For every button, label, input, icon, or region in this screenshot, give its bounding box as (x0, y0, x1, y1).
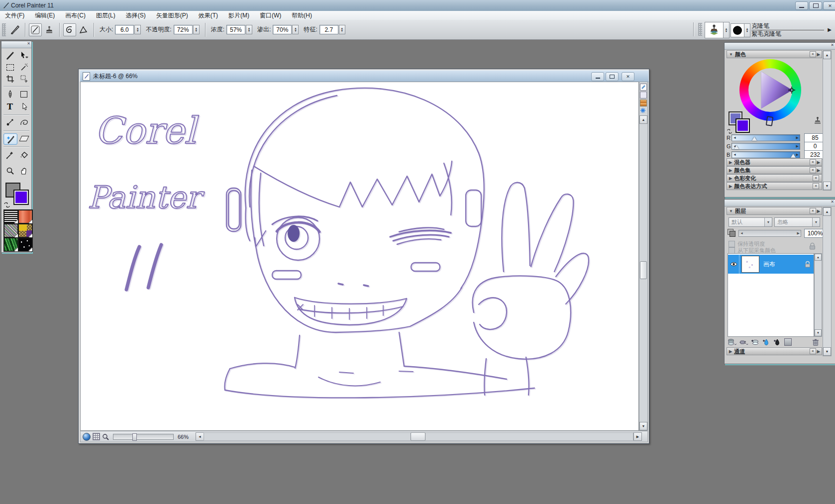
shape-point-tool[interactable] (3, 117, 16, 128)
swap-colors-icon[interactable] (3, 202, 10, 208)
color-variability-close-box[interactable]: × (813, 175, 819, 181)
zoom-icon[interactable] (102, 433, 109, 440)
layer-row-canvas[interactable]: 画布 (728, 255, 814, 274)
toolbar-grip[interactable] (2, 23, 6, 36)
blue-slider[interactable]: ◄▶ (731, 151, 800, 158)
brush-variant-button[interactable] (731, 23, 744, 37)
scroll-up-button[interactable]: ▲ (639, 115, 647, 124)
new-liquid-ink-layer-icon[interactable] (773, 338, 781, 346)
menu-edit[interactable]: 编辑(E) (35, 11, 55, 20)
new-layer-icon[interactable] (751, 338, 759, 346)
menu-file[interactable]: 文件(F) (5, 11, 24, 20)
scroll-left-button[interactable]: ◄ (196, 432, 204, 441)
window-maximize-button[interactable] (809, 1, 822, 10)
look-selector[interactable] (18, 237, 33, 252)
toolbox-titlebar[interactable]: ✕ (1, 41, 31, 48)
brush-category-label[interactable]: 克隆笔 (751, 22, 824, 30)
clone-stamp-toggle-button[interactable] (43, 23, 56, 36)
layer-visibility-cell[interactable] (728, 255, 739, 274)
brush-category-button[interactable] (705, 22, 724, 38)
cloner-brush-tool[interactable] (3, 133, 17, 145)
color-variability-panel-header[interactable]: ▶ 色彩变化 × (727, 174, 822, 182)
size-spinner[interactable]: ▲▼ (134, 25, 141, 34)
menu-layers[interactable]: 图层(L) (96, 11, 115, 20)
horizontal-scroll-track[interactable] (204, 432, 633, 441)
zoom-slider[interactable] (113, 434, 174, 440)
channels-panel-header[interactable]: ▶ 通道 × ▶ (727, 347, 822, 355)
panel-menu-arrow-icon[interactable]: ▶ (817, 168, 820, 173)
color-sets-panel-header[interactable]: ▶ 颜色集 × ▶ (727, 166, 822, 174)
bleed-spinner[interactable]: ▲▼ (292, 25, 299, 34)
layers-palette-scroll-up[interactable]: ▲ (823, 207, 831, 216)
navigator-icon[interactable] (83, 433, 91, 441)
panel-menu-arrow-icon[interactable]: ▶ (817, 160, 820, 165)
scroll-right-button[interactable]: ▶ (633, 432, 642, 441)
menu-effects[interactable]: 效果(T) (199, 11, 218, 20)
expand-arrow-icon[interactable]: ▶ (729, 349, 732, 354)
paper-selector[interactable] (3, 209, 18, 224)
canvas-vertical-scrollbar[interactable]: ▲ ▼ (639, 82, 648, 431)
red-slider[interactable]: ◄▶ (731, 134, 800, 141)
channels-close-box[interactable]: × (810, 348, 816, 354)
paper-quick-icon[interactable] (640, 100, 647, 106)
crop-tool[interactable] (3, 74, 16, 84)
green-slider-thumb[interactable] (734, 145, 739, 149)
menu-shapes[interactable]: 矢量图形(P) (156, 11, 188, 20)
gradient-selector[interactable] (3, 223, 18, 238)
text-tool[interactable]: T (3, 101, 16, 112)
document-close-button[interactable]: ✕ (622, 72, 634, 81)
layers-palette-scroll-down[interactable]: ▼ (823, 347, 831, 356)
palette-scrollbar[interactable]: ▲ ▼ (823, 50, 832, 191)
expand-arrow-icon[interactable]: ▶ (729, 176, 732, 181)
panel-menu-arrow-icon[interactable]: ▶ (817, 52, 820, 57)
canvas[interactable]: Corel Painter (80, 82, 639, 431)
paint-bucket-tool[interactable] (17, 150, 30, 160)
collapse-arrow-icon[interactable]: ▼ (729, 52, 733, 57)
blue-slider-thumb[interactable] (791, 154, 796, 158)
palette-scroll-down[interactable]: ▼ (823, 182, 831, 190)
dynamic-plugins-icon[interactable] (739, 338, 748, 346)
sv-cursor[interactable] (788, 87, 795, 94)
color-panel-header[interactable]: ▼ 颜色 × ▶ (727, 50, 822, 58)
new-layer-mask-icon[interactable] (784, 338, 792, 346)
document-restore-button[interactable] (606, 72, 619, 81)
opacity-input[interactable]: 72% (174, 25, 193, 34)
delete-layer-trash-icon[interactable] (812, 338, 819, 346)
eraser-tool[interactable] (17, 133, 30, 144)
red-slider-thumb[interactable] (752, 137, 757, 141)
app-titlebar[interactable]: Corel Painter 11 ✕ (0, 0, 835, 11)
brush-tool[interactable] (3, 50, 16, 61)
palette-close-icon[interactable]: ✕ (831, 43, 834, 47)
brush-variant-spinner[interactable]: ▲▼ (744, 23, 750, 37)
document-minimize-button[interactable] (591, 72, 604, 81)
draw-freehand-brush-button[interactable] (29, 23, 42, 36)
rotate-page-tool[interactable] (17, 117, 30, 128)
feature-spinner[interactable]: ▲▼ (339, 25, 345, 34)
freehand-stroke-button[interactable] (63, 23, 76, 36)
dropper-tool[interactable] (3, 150, 16, 160)
palette-scroll-up[interactable]: ▲ (823, 51, 831, 59)
page-tray-icon[interactable] (640, 84, 647, 91)
panel-menu-arrow-icon[interactable]: ▶ (817, 209, 820, 213)
selection-adjuster-tool[interactable] (17, 74, 30, 84)
hue-marker[interactable] (766, 116, 774, 126)
dropdown-arrow-icon[interactable]: ▼ (812, 218, 820, 226)
color-panel-close-box[interactable]: × (810, 51, 816, 57)
window-close-button[interactable]: ✕ (823, 1, 835, 10)
tracker-icon[interactable] (640, 92, 647, 99)
mixer-panel-header[interactable]: ▶ 混色器 × ▶ (727, 158, 822, 166)
collapse-arrow-icon[interactable]: ▼ (729, 209, 733, 213)
layers-panel-header[interactable]: ▼ 图层 × ▶ (727, 207, 822, 215)
menu-canvas[interactable]: 画布(C) (65, 11, 86, 20)
bleed-input[interactable]: 70% (273, 25, 292, 34)
layers-palette-scrollbar[interactable]: ▲ ▼ (823, 207, 832, 356)
pattern-selector[interactable] (18, 209, 33, 224)
brush-variant-label[interactable]: 絮毛克隆笔 (751, 30, 824, 38)
composite-method-dropdown[interactable]: 默认 ▼ (729, 217, 772, 227)
menu-movie[interactable]: 影片(M) (228, 11, 249, 20)
new-watercolor-layer-icon[interactable] (762, 338, 770, 346)
color-expression-close-box[interactable]: × (813, 183, 819, 189)
magic-wand-tool[interactable] (17, 62, 30, 73)
palette-close-icon[interactable]: ✕ (831, 200, 834, 204)
grabber-hand-tool[interactable] (17, 166, 30, 176)
